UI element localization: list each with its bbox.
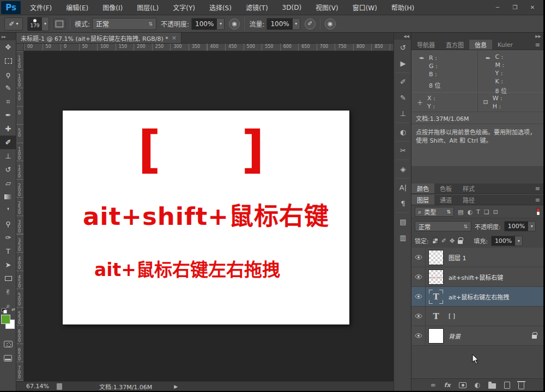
rectangle-tool[interactable] bbox=[0, 272, 16, 285]
layer-fill-input[interactable]: 100% ▾ bbox=[491, 236, 523, 246]
layer-visibility-toggle[interactable] bbox=[411, 307, 426, 326]
lock-all-icon[interactable] bbox=[458, 240, 463, 244]
tab-close-icon[interactable]: × bbox=[172, 34, 177, 41]
new-group-icon[interactable] bbox=[488, 383, 496, 389]
flow-input[interactable]: 100% ▾ bbox=[267, 18, 300, 30]
lasso-tool[interactable]: ϙ bbox=[0, 68, 16, 81]
layers-tab-2[interactable]: 路径 bbox=[457, 195, 480, 205]
layer-styles-icon[interactable]: fx bbox=[444, 382, 451, 389]
minimize-button[interactable]: ─ bbox=[490, 3, 505, 13]
filter-adjustment-layers-icon[interactable]: ◐ bbox=[467, 209, 473, 216]
panel-menu-icon[interactable]: ≡ bbox=[535, 197, 543, 204]
panels-expand-button[interactable]: ▶▶ bbox=[411, 33, 543, 40]
status-options-arrow[interactable]: ▶ bbox=[174, 384, 178, 389]
brush-tool[interactable]: ✐ bbox=[0, 136, 16, 149]
character-panel[interactable]: A| bbox=[394, 180, 412, 195]
marquee-tool[interactable] bbox=[0, 54, 16, 68]
quick-selection-tool[interactable]: ✎ bbox=[0, 81, 16, 95]
layer-visibility-toggle[interactable] bbox=[411, 248, 426, 267]
crop-tool[interactable]: ⌗ bbox=[0, 95, 16, 108]
ruler-h[interactable]: 0050050100150200250300350400450500550600… bbox=[24, 44, 393, 51]
screen-mode-icon[interactable] bbox=[4, 355, 12, 362]
menu-item[interactable]: 视图(V) bbox=[308, 0, 346, 15]
info-tab-2[interactable]: 信息 bbox=[469, 40, 492, 50]
current-tool-preview[interactable]: ✐ ▾ bbox=[4, 17, 23, 30]
layers-tab-0[interactable]: 图层 bbox=[411, 195, 434, 205]
info-tab-0[interactable]: 导航器 bbox=[411, 40, 440, 50]
info-tab-3[interactable]: Kuler bbox=[492, 40, 518, 50]
dock-collapse-button[interactable]: ◀◀ bbox=[394, 33, 411, 40]
add-layer-mask-icon[interactable] bbox=[459, 382, 467, 388]
layer-row[interactable]: 背景 bbox=[411, 326, 543, 346]
layer-visibility-toggle[interactable] bbox=[411, 267, 426, 286]
airbrush-toggle-icon[interactable]: ✐ bbox=[305, 19, 316, 29]
actions-panel[interactable]: ▶ bbox=[394, 56, 412, 71]
threed-panel[interactable]: ◈ bbox=[394, 161, 412, 177]
lock-transparency-icon[interactable] bbox=[432, 238, 438, 244]
ruler-v[interactable]: 1501005005010015020025030035040045050055… bbox=[16, 51, 24, 381]
layer-row[interactable]: Tait+鼠标右键左右拖拽 bbox=[411, 287, 543, 307]
filter-shape-layers-icon[interactable]: ❏ bbox=[484, 209, 489, 216]
history-brush-tool[interactable]: ↺ bbox=[0, 163, 16, 176]
menu-item[interactable]: 图像(I) bbox=[95, 0, 130, 15]
notes-panel[interactable]: ▥ bbox=[394, 230, 412, 246]
filter-on-off-toggle[interactable] bbox=[536, 208, 540, 216]
blend-mode-select[interactable]: 正常 ⇅ bbox=[92, 18, 156, 30]
color-tab-0[interactable]: 颜色 bbox=[411, 183, 434, 193]
clone-source-panel[interactable]: ⊥ bbox=[394, 106, 412, 121]
chevron-down-icon[interactable]: ▾ bbox=[217, 19, 224, 29]
layer-row[interactable]: 图层 1 bbox=[411, 248, 543, 267]
quick-mask-mode-icon[interactable] bbox=[4, 341, 13, 347]
link-layers-icon[interactable]: ∞ bbox=[431, 381, 436, 389]
menu-item[interactable]: 帮助(H) bbox=[384, 0, 421, 15]
chevron-down-icon[interactable]: ▾ bbox=[528, 222, 535, 231]
toggle-brush-panel-button[interactable] bbox=[53, 19, 65, 29]
filter-type-layers-icon[interactable]: T bbox=[476, 209, 480, 216]
tablet-pressure-size-icon[interactable]: ◉ bbox=[325, 19, 336, 29]
lock-pixels-icon[interactable]: ✐ bbox=[441, 237, 446, 244]
menu-item[interactable]: 选择(S) bbox=[202, 0, 239, 15]
color-tab-1[interactable]: 色板 bbox=[434, 183, 457, 193]
swap-colors-icon[interactable]: ⇄ bbox=[11, 307, 15, 312]
type-tool[interactable]: T bbox=[0, 244, 16, 258]
foreground-color[interactable] bbox=[1, 315, 10, 324]
layer-visibility-toggle[interactable] bbox=[411, 326, 426, 345]
zoom-level-field[interactable]: 67.14% bbox=[16, 383, 52, 390]
brush-panel[interactable]: ✐ bbox=[394, 74, 412, 90]
menu-item[interactable]: 图层(L) bbox=[130, 0, 166, 15]
layer-blend-mode-select[interactable]: 正常 ⇅ bbox=[415, 221, 471, 231]
eraser-tool[interactable]: ▱ bbox=[0, 176, 16, 190]
new-layer-icon[interactable] bbox=[504, 382, 510, 389]
layer-visibility-toggle[interactable] bbox=[411, 287, 426, 306]
move-tool[interactable]: ✥ bbox=[0, 40, 16, 54]
menu-item[interactable]: 文件(F) bbox=[23, 0, 59, 15]
opacity-input[interactable]: 100% ▾ bbox=[191, 18, 225, 30]
lock-position-icon[interactable]: ✥ bbox=[450, 237, 455, 244]
paragraph-panel[interactable]: ¶ bbox=[394, 195, 412, 211]
tablet-pressure-opacity-icon[interactable]: ◉ bbox=[229, 19, 240, 29]
chevron-down-icon[interactable]: ▾ bbox=[515, 236, 522, 246]
new-adjustment-layer-icon[interactable]: ◐ bbox=[475, 381, 480, 389]
adjustments-panel[interactable]: ◐ bbox=[394, 124, 412, 140]
layers-tab-1[interactable]: 通道 bbox=[434, 195, 457, 205]
panel-menu-icon[interactable]: ≡ bbox=[535, 41, 543, 48]
layer-comps-panel[interactable]: ▤ bbox=[394, 214, 412, 230]
hand-tool[interactable]: ✌ bbox=[0, 285, 16, 299]
menu-item[interactable]: 窗口(W) bbox=[346, 0, 384, 15]
document-tab[interactable]: 未标题-1 @ 67.1% (ait+鼠标右键左右拖拽, RGB/8) * × bbox=[16, 33, 181, 43]
toolbar-collapse-button[interactable]: ▸▸ bbox=[0, 33, 16, 40]
menu-item[interactable]: 文字(Y) bbox=[166, 0, 202, 15]
pen-tool[interactable]: ✑ bbox=[0, 231, 16, 244]
blur-tool[interactable]: ❜ bbox=[0, 204, 16, 217]
panel-menu-icon[interactable]: ≡ bbox=[535, 185, 543, 192]
filter-pixel-layers-icon[interactable]: ▤ bbox=[458, 209, 463, 216]
info-tab-1[interactable]: 直方图 bbox=[440, 40, 469, 50]
gradient-tool[interactable] bbox=[0, 190, 16, 204]
restore-button[interactable]: ❐ bbox=[507, 3, 523, 13]
color-tab-2[interactable]: 样式 bbox=[457, 183, 480, 193]
canvas[interactable]: [ ] ait+shift+鼠标右键 ait+鼠标右键左右拖拽 bbox=[63, 111, 349, 324]
default-colors-icon[interactable] bbox=[2, 308, 7, 313]
brush-preset-picker[interactable]: 179 ▾ bbox=[27, 17, 49, 31]
filter-smart-objects-icon[interactable]: ⊡ bbox=[493, 209, 498, 216]
layer-row[interactable]: ait+shift+鼠标右键 bbox=[411, 267, 543, 287]
